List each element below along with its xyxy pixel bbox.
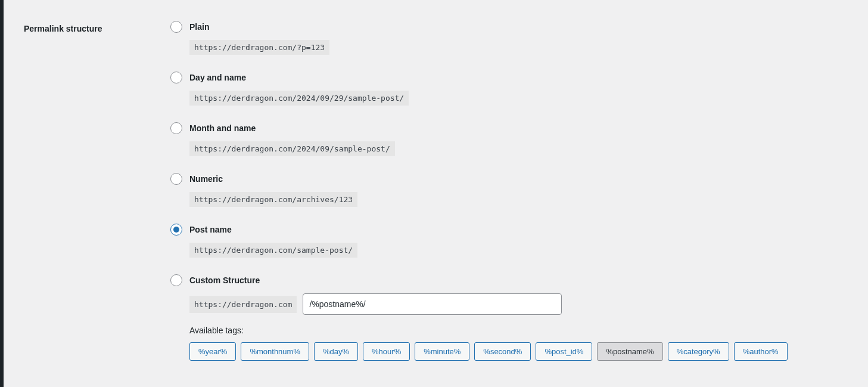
tag-button[interactable]: %post_id% <box>536 342 592 361</box>
label-day-name[interactable]: Day and name <box>189 73 246 82</box>
sample-day-name: https://derdragon.com/2024/09/29/sample-… <box>189 91 409 106</box>
tag-button[interactable]: %day% <box>314 342 358 361</box>
option-plain: Plain https://derdragon.com/?p=123 <box>170 21 850 55</box>
sample-plain: https://derdragon.com/?p=123 <box>189 40 329 55</box>
tag-button[interactable]: %second% <box>474 342 531 361</box>
radio-post-name[interactable] <box>170 224 182 236</box>
available-tags-row: %year%%monthnum%%day%%hour%%minute%%seco… <box>189 342 850 361</box>
radio-plain[interactable] <box>170 21 182 33</box>
label-custom[interactable]: Custom Structure <box>189 275 260 285</box>
label-month-name[interactable]: Month and name <box>189 123 256 133</box>
option-day-name: Day and name https://derdragon.com/2024/… <box>170 72 850 106</box>
tag-button[interactable]: %hour% <box>363 342 410 361</box>
option-month-name: Month and name https://derdragon.com/202… <box>170 122 850 156</box>
form-table: Permalink structure Plain https://derdra… <box>4 12 856 386</box>
label-numeric[interactable]: Numeric <box>189 174 223 184</box>
option-post-name: Post name https://derdragon.com/sample-p… <box>170 224 850 258</box>
tag-button[interactable]: %minute% <box>415 342 469 361</box>
label-post-name[interactable]: Post name <box>189 225 232 234</box>
option-numeric: Numeric https://derdragon.com/archives/1… <box>170 173 850 207</box>
radio-custom[interactable] <box>170 274 182 286</box>
sample-numeric: https://derdragon.com/archives/123 <box>189 192 357 207</box>
admin-sidebar-edge <box>0 0 4 387</box>
radio-numeric[interactable] <box>170 173 182 185</box>
settings-permalinks-section: Permalink structure Plain https://derdra… <box>0 0 868 387</box>
tag-button[interactable]: %author% <box>734 342 788 361</box>
radio-month-name[interactable] <box>170 122 182 134</box>
sample-post-name: https://derdragon.com/sample-post/ <box>189 243 357 258</box>
label-plain[interactable]: Plain <box>189 22 209 32</box>
tag-button[interactable]: %year% <box>189 342 236 361</box>
tag-button[interactable]: %postname% <box>597 342 662 361</box>
tag-button[interactable]: %monthnum% <box>241 342 309 361</box>
tag-button[interactable]: %category% <box>668 342 729 361</box>
custom-base-url: https://derdragon.com <box>189 296 297 313</box>
section-label: Permalink structure <box>4 12 164 386</box>
available-tags-label: Available tags: <box>189 326 850 335</box>
sample-month-name: https://derdragon.com/2024/09/sample-pos… <box>189 141 395 156</box>
option-custom: Custom Structure https://derdragon.com A… <box>170 274 850 361</box>
radio-day-name[interactable] <box>170 72 182 83</box>
custom-structure-input[interactable] <box>303 293 562 315</box>
